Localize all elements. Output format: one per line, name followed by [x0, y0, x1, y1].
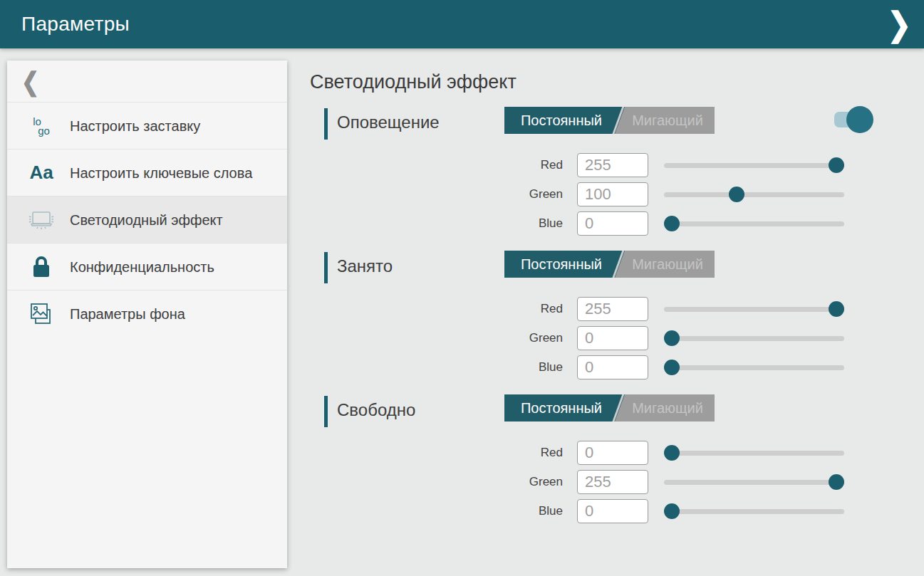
mode-option-blinking[interactable]: Мигающий	[621, 394, 715, 421]
blue-label: Blue	[499, 360, 563, 375]
slider-track	[664, 509, 844, 514]
background-images-icon	[27, 301, 56, 327]
green-slider[interactable]	[664, 470, 844, 494]
red-value-input[interactable]	[577, 297, 648, 321]
keywords-aa-icon: Aa	[27, 162, 56, 184]
lock-icon	[27, 255, 56, 279]
slider-track	[664, 163, 844, 168]
green-slider[interactable]	[664, 326, 844, 350]
slider-track	[664, 221, 844, 226]
rgb-row-green: Green	[499, 182, 844, 206]
forward-chevron-icon[interactable]: ❯	[887, 4, 911, 43]
red-value-input[interactable]	[577, 441, 648, 465]
logo-icon: logo	[27, 117, 56, 135]
notification-enable-toggle[interactable]	[830, 105, 901, 134]
slider-thumb[interactable]	[729, 187, 744, 202]
sidebar-item-label: Светодиодный эффект	[70, 211, 223, 229]
blue-value-input[interactable]	[577, 211, 648, 236]
rgb-row-green: Green	[499, 470, 844, 494]
slider-track	[664, 336, 844, 341]
section-accent-bar	[324, 396, 328, 427]
green-value-input[interactable]	[577, 470, 648, 494]
rgb-row-blue: Blue	[499, 499, 844, 523]
sidebar-item-label: Настроить ключевые слова	[70, 164, 252, 182]
slider-thumb[interactable]	[664, 360, 680, 375]
sidebar-item-label: Настроить заставку	[70, 117, 200, 135]
slider-thumb[interactable]	[829, 301, 844, 317]
red-slider[interactable]	[664, 297, 844, 321]
green-label: Green	[499, 331, 563, 345]
red-slider[interactable]	[664, 441, 844, 465]
sidebar-item-privacy[interactable]: Конфиденциальность	[7, 243, 287, 290]
led-section-busy: Занято Постоянный Мигающий Red Green Blu…	[310, 249, 917, 389]
green-value-input[interactable]	[577, 326, 648, 350]
red-label: Red	[499, 446, 563, 460]
green-value-input[interactable]	[577, 182, 648, 206]
slider-track	[664, 307, 844, 312]
sidebar-item-led-effect[interactable]: Светодиодный эффект	[7, 196, 287, 243]
slider-track	[664, 480, 844, 485]
sidebar-item-background[interactable]: Параметры фона	[7, 290, 287, 337]
slider-thumb[interactable]	[664, 445, 680, 461]
blue-slider[interactable]	[664, 211, 844, 236]
mode-option-solid[interactable]: Постоянный	[504, 251, 618, 278]
sidebar-item-keywords[interactable]: Aa Настроить ключевые слова	[7, 149, 287, 196]
slider-thumb[interactable]	[664, 216, 680, 231]
slider-track	[664, 451, 844, 456]
app-header: Параметры ❯	[0, 0, 924, 48]
mode-segmented-control: Постоянный Мигающий	[504, 394, 715, 421]
slider-thumb[interactable]	[664, 330, 680, 346]
blue-slider[interactable]	[664, 499, 844, 523]
mode-option-solid[interactable]: Постоянный	[504, 394, 618, 421]
rgb-row-red: Red	[499, 153, 844, 177]
blue-value-input[interactable]	[577, 499, 648, 523]
sidebar-item-label: Параметры фона	[70, 305, 185, 323]
rgb-row-blue: Blue	[499, 211, 844, 236]
sidebar-item-label: Конфиденциальность	[70, 258, 214, 276]
rgb-row-red: Red	[499, 441, 844, 465]
led-section-free: Свободно Постоянный Мигающий Red Green B…	[310, 393, 917, 533]
mode-option-blinking[interactable]: Мигающий	[621, 107, 715, 134]
blue-value-input[interactable]	[577, 355, 648, 379]
led-display-icon	[27, 208, 56, 232]
green-label: Green	[499, 187, 563, 201]
slider-track	[664, 192, 844, 197]
section-accent-bar	[324, 252, 328, 283]
rgb-row-green: Green	[499, 326, 844, 350]
mode-option-solid[interactable]: Постоянный	[504, 107, 618, 134]
rgb-row-blue: Blue	[499, 355, 844, 379]
led-section-notification: Оповещение Постоянный Мигающий Red Green	[310, 105, 917, 245]
slider-thumb[interactable]	[829, 157, 844, 173]
settings-sidebar: ❮ logo Настроить заставку Aa Настроить к…	[7, 61, 287, 568]
blue-slider[interactable]	[664, 355, 844, 379]
rgb-row-red: Red	[499, 297, 844, 321]
slider-thumb[interactable]	[664, 503, 680, 519]
page-title: Светодиодный эффект	[310, 71, 516, 93]
back-chevron-icon: ❮	[21, 66, 39, 96]
slider-track	[664, 365, 844, 370]
section-accent-bar	[324, 108, 328, 140]
sidebar-collapse-button[interactable]: ❮	[7, 61, 287, 102]
green-label: Green	[499, 475, 563, 489]
section-title: Свободно	[337, 400, 415, 420]
green-slider[interactable]	[664, 182, 844, 206]
red-slider[interactable]	[664, 153, 844, 177]
slider-thumb[interactable]	[829, 474, 844, 490]
red-label: Red	[499, 158, 563, 172]
red-label: Red	[499, 302, 563, 316]
section-title: Оповещение	[337, 112, 440, 132]
mode-segmented-control: Постоянный Мигающий	[504, 107, 715, 134]
toggle-thumb	[846, 106, 873, 133]
sidebar-item-screensaver[interactable]: logo Настроить заставку	[7, 102, 287, 149]
section-title: Занято	[337, 256, 393, 276]
mode-option-blinking[interactable]: Мигающий	[621, 251, 715, 278]
blue-label: Blue	[499, 216, 563, 231]
mode-segmented-control: Постоянный Мигающий	[504, 251, 715, 278]
red-value-input[interactable]	[577, 153, 648, 177]
app-title: Параметры	[21, 13, 130, 36]
blue-label: Blue	[499, 504, 563, 518]
